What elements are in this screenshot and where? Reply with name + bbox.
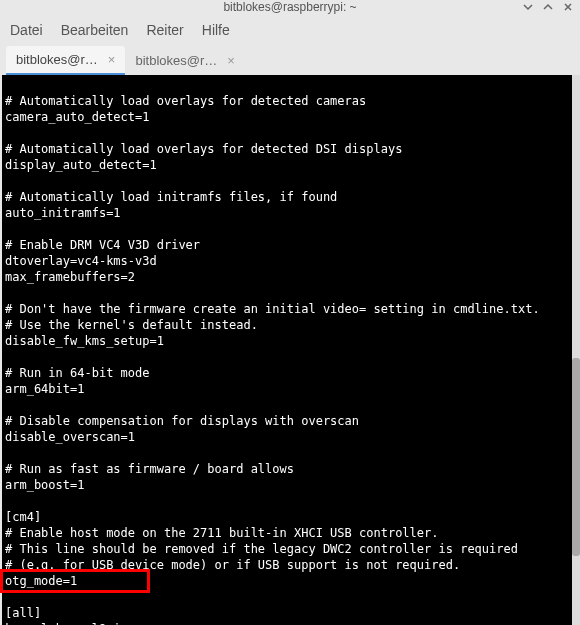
- menu-tabs[interactable]: Reiter: [146, 22, 183, 38]
- terminal-output[interactable]: # Automatically load overlays for detect…: [2, 75, 578, 625]
- window-title: bitblokes@raspberrypi: ~: [223, 0, 356, 14]
- tab-close-button[interactable]: ×: [108, 52, 116, 67]
- close-icon: [563, 2, 573, 12]
- terminal-container: # Automatically load overlays for detect…: [0, 75, 580, 625]
- scrollbar[interactable]: [572, 75, 580, 625]
- menu-edit[interactable]: Bearbeiten: [61, 22, 129, 38]
- window-controls: [522, 1, 574, 13]
- close-button[interactable]: [562, 1, 574, 13]
- tabbar: bitblokes@r… × bitblokes@r… ×: [0, 46, 580, 75]
- tab-2[interactable]: bitblokes@r… ×: [125, 46, 244, 75]
- maximize-button[interactable]: [542, 1, 554, 13]
- chevron-up-icon: [543, 2, 553, 12]
- titlebar: bitblokes@raspberrypi: ~: [0, 0, 580, 14]
- tab-label: bitblokes@r…: [135, 53, 217, 68]
- tab-label: bitblokes@r…: [16, 52, 98, 67]
- menu-help[interactable]: Hilfe: [202, 22, 230, 38]
- scrollbar-thumb[interactable]: [572, 358, 580, 556]
- menubar: Datei Bearbeiten Reiter Hilfe: [0, 14, 580, 46]
- menu-file[interactable]: Datei: [10, 22, 43, 38]
- minimize-button[interactable]: [522, 1, 534, 13]
- chevron-down-icon: [523, 2, 533, 12]
- tab-1[interactable]: bitblokes@r… ×: [6, 46, 125, 75]
- terminal-window: bitblokes@raspberrypi: ~ Datei Bearbeite…: [0, 0, 580, 625]
- tab-close-button[interactable]: ×: [227, 53, 235, 68]
